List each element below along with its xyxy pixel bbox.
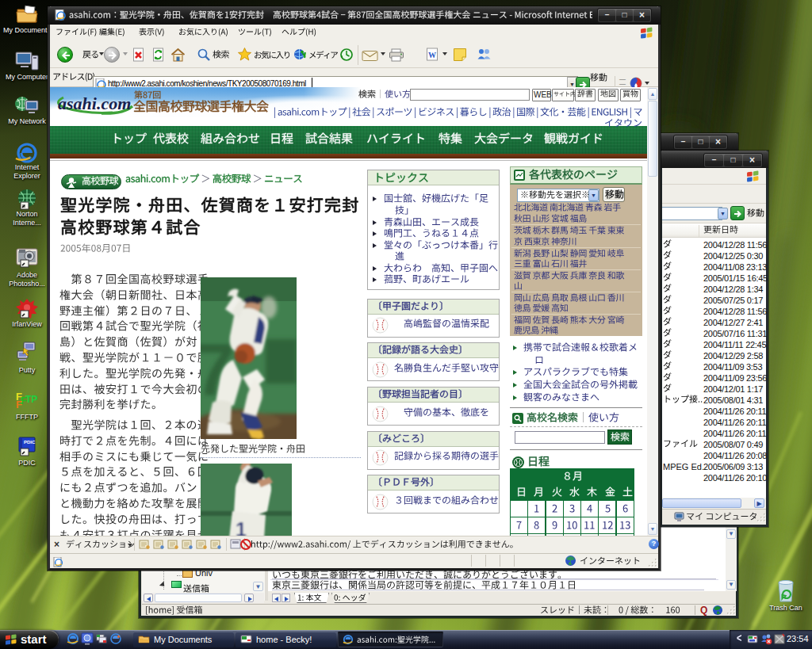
svg-text:PDIC: PDIC — [24, 440, 36, 445]
svg-text:1: 1 — [236, 518, 247, 536]
svg-text:TP: TP — [25, 394, 37, 405]
svg-text:W: W — [428, 51, 436, 59]
svg-text:F: F — [16, 399, 22, 410]
svg-text:asahi.com: asahi.com — [58, 94, 131, 113]
